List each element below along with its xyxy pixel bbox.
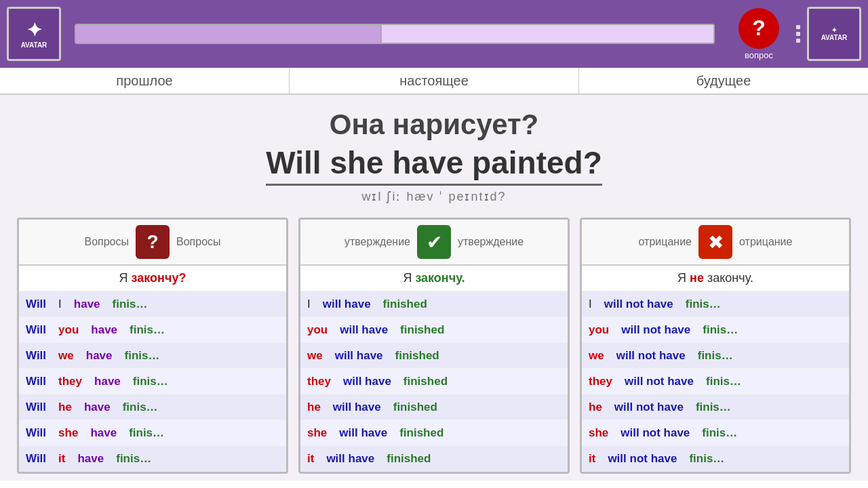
row-words: we will have finished — [307, 349, 439, 363]
table-row: Will I have finis… — [19, 291, 286, 317]
row-words: Will I have finis… — [26, 298, 148, 311]
header: ✦ AVATAR ? вопрос ✦ AVATAR — [0, 0, 868, 68]
negative-rows: I will not have finis… you will not have… — [582, 291, 849, 472]
menu-dot-2 — [796, 32, 800, 36]
avatar-label-right: AVATAR — [821, 34, 848, 41]
row-words: I will have finished — [307, 298, 427, 311]
row-words: she will have finished — [307, 426, 443, 440]
row-words: it will not have finis… — [589, 452, 724, 466]
negative-subtitle-prefix: Я — [677, 271, 690, 285]
vopros-label: вопрос — [745, 50, 773, 60]
negative-card: отрицание ✖ отрицание Я не закончу. I wi… — [580, 218, 851, 474]
table-row: she will not have finis… — [582, 420, 849, 446]
affirmative-rows: I will have finished you will have finis… — [300, 291, 568, 472]
negative-label-right: отрицание — [739, 236, 792, 248]
vopros-button[interactable]: ? вопрос — [738, 8, 779, 60]
question-icon: ? — [136, 225, 170, 259]
phonetic-transcription: wɪl ʃiː hæv ˈ peɪntɪd? — [0, 189, 868, 204]
table-row: I will not have finis… — [582, 291, 849, 317]
progress-bar — [75, 24, 715, 44]
row-words: we will not have finis… — [589, 349, 733, 363]
table-row: we will have finished — [300, 343, 568, 369]
row-words: he will have finished — [307, 401, 437, 414]
check-icon: ✔ — [417, 225, 451, 259]
cross-icon: ✖ — [698, 225, 732, 259]
row-words: Will he have finis… — [26, 401, 158, 414]
row-words: Will we have finis… — [26, 349, 159, 363]
row-words: he will not have finis… — [589, 401, 731, 414]
table-row: we will not have finis… — [582, 343, 849, 369]
table-row: you will have finished — [300, 317, 568, 343]
negative-subtitle-ne: не — [690, 271, 704, 285]
table-row: you will not have finis… — [582, 317, 849, 343]
negative-subtitle-suffix: закончу. — [707, 271, 753, 285]
table-row: Will we have finis… — [19, 343, 286, 369]
table-row: Will she have finis… — [19, 420, 286, 446]
questions-subtitle-prefix: Я — [119, 271, 132, 285]
avatar-star-left: ✦ — [26, 19, 42, 41]
table-row: he will have finished — [300, 394, 568, 420]
menu-dot-3 — [796, 39, 800, 43]
affirmative-card: утверждение ✔ утверждение Я закончу. I w… — [298, 218, 570, 474]
tense-future[interactable]: будущее — [579, 68, 868, 94]
table-row: they will not have finis… — [582, 369, 849, 394]
table-row: it will not have finis… — [582, 446, 849, 472]
questions-label-right: Вопросы — [176, 236, 221, 248]
table-row: it will have finished — [300, 446, 568, 472]
table-row: they will have finished — [300, 369, 568, 394]
affirmative-label-right: утверждение — [458, 236, 524, 248]
row-words: she will not have finis… — [589, 426, 737, 440]
vopros-icon: ? — [738, 8, 779, 49]
questions-subtitle-highlight: закончу? — [132, 271, 186, 285]
questions-label-left: Вопросы — [84, 236, 129, 248]
avatar-logo-right[interactable]: ✦ AVATAR — [807, 7, 861, 61]
table-row: Will you have finis… — [19, 317, 286, 343]
tense-present[interactable]: настоящее — [290, 68, 579, 94]
negative-card-header: отрицание ✖ отрицание — [582, 220, 849, 266]
cards-container: Вопросы ? Вопросы Я закончу? Will I have… — [0, 218, 868, 474]
english-title: Will she have painted? — [266, 144, 601, 186]
avatar-star-right: ✦ — [831, 26, 837, 34]
table-row: Will he have finis… — [19, 394, 286, 420]
row-words: Will she have finis… — [26, 426, 164, 440]
negative-subtitle: Я не закончу. — [582, 266, 849, 291]
menu-dot-1 — [796, 25, 800, 29]
avatar-logo-left[interactable]: ✦ AVATAR — [7, 7, 61, 61]
row-words: they will have finished — [307, 375, 448, 388]
affirmative-subtitle: Я закончу. — [300, 266, 568, 291]
tense-navigation: прошлое настоящее будущее — [0, 68, 868, 95]
table-row: Will they have finis… — [19, 369, 286, 394]
affirmative-subtitle-highlight: закончу. — [415, 271, 465, 285]
affirmative-card-header: утверждение ✔ утверждение — [300, 220, 568, 266]
row-words: it will have finished — [307, 452, 431, 466]
avatar-label-left: AVATAR — [21, 41, 47, 49]
table-row: I will have finished — [300, 291, 568, 317]
questions-rows: Will I have finis… Will you have finis… — [19, 291, 286, 472]
table-row: he will not have finis… — [582, 394, 849, 420]
questions-card-header: Вопросы ? Вопросы — [19, 220, 286, 266]
tense-past[interactable]: прошлое — [0, 68, 290, 94]
affirmative-subtitle-prefix: Я — [403, 271, 415, 285]
russian-title: Она нарисует? — [0, 108, 868, 141]
progress-bar-left — [76, 25, 382, 43]
row-words: you will have finished — [307, 323, 444, 337]
affirmative-label-left: утверждение — [344, 236, 410, 248]
row-words: I will not have finis… — [589, 298, 721, 311]
row-words: Will you have finis… — [26, 323, 165, 337]
questions-subtitle: Я закончу? — [19, 266, 286, 291]
row-words: Will they have finis… — [26, 375, 168, 388]
row-words: they will not have finis… — [589, 375, 741, 388]
row-words: you will not have finis… — [589, 323, 738, 337]
main-content: Она нарисует? Will she have painted? wɪl… — [0, 95, 868, 481]
menu-button[interactable] — [789, 18, 807, 49]
table-row: she will have finished — [300, 420, 568, 446]
progress-bar-right — [382, 25, 713, 43]
row-words: Will it have finis… — [26, 452, 151, 466]
questions-card: Вопросы ? Вопросы Я закончу? Will I have… — [17, 218, 288, 474]
table-row: Will it have finis… — [19, 446, 286, 472]
negative-label-left: отрицание — [639, 236, 692, 248]
